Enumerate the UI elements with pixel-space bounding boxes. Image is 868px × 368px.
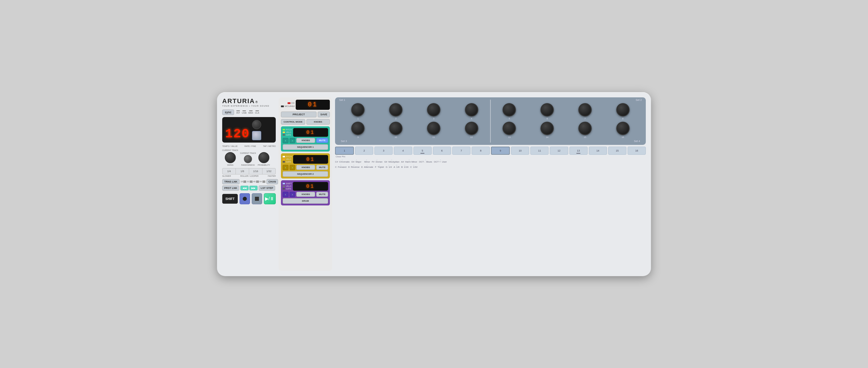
knob-r-5[interactable] [503, 103, 516, 116]
shift-button[interactable]: SHIFT [222, 194, 238, 204]
knob-3: 3 [424, 103, 444, 120]
seq2-knobs-button[interactable]: KNOBS [296, 165, 315, 170]
pad-group-b: B 1/16 [401, 165, 408, 168]
step-btn-2[interactable]: 2 [355, 147, 373, 155]
rate-1-16[interactable]: 1/16 [249, 168, 262, 174]
lst-step-button[interactable]: LST STEP [259, 186, 275, 191]
sync-button[interactable]: sync [222, 110, 234, 115]
probability-knob[interactable] [258, 152, 269, 163]
pad-g[interactable] [389, 165, 389, 166]
step-btn-4[interactable]: 4 [394, 147, 412, 155]
record-button[interactable] [240, 193, 250, 204]
knob-r-3[interactable] [427, 103, 440, 116]
step-button-row: 1 2 3 4 5 6 7 8 9 10 11 12 13 14 15 16 [335, 147, 646, 155]
step-btn-7[interactable]: 7 [452, 147, 470, 155]
step-btn-14[interactable]: 14 [589, 147, 607, 155]
set4-label: Set 4 [634, 140, 640, 143]
knob-r-14[interactable] [540, 122, 554, 135]
step-btn-8[interactable]: 8 [472, 147, 490, 155]
knob-r-4[interactable] [465, 103, 478, 116]
chan-button[interactable]: CHAN [267, 179, 278, 184]
seq2-next-button[interactable]: › [290, 165, 296, 170]
sequencer2-button[interactable]: SEQUENCER 2 [283, 171, 328, 177]
velo2-ind-row: VELO [283, 158, 292, 160]
knob-2-label: 2 [395, 117, 396, 120]
save-button[interactable]: SAVE [318, 112, 330, 117]
ind-64 [262, 180, 265, 183]
step-btn-1[interactable]: 1 [335, 147, 354, 155]
seq1-mute-button[interactable]: MUTE [316, 138, 328, 143]
step-btn-15[interactable]: 15 [608, 147, 626, 155]
project-button[interactable]: PROJECT [281, 112, 316, 117]
knob-r-16[interactable] [616, 122, 629, 135]
step-area: 1 2 3 4 5 6 7 8 9 10 11 12 13 14 15 16 C… [335, 147, 646, 158]
step-btn-12[interactable]: 12 [550, 147, 568, 155]
step-btn-11[interactable]: 11 [530, 147, 549, 155]
play-pause-button[interactable]: ▶/⏸ [264, 193, 276, 204]
tap-metro-pad[interactable] [252, 131, 261, 140]
nav-left-button[interactable]: ◀◀ [241, 186, 249, 190]
pad-d[interactable] [353, 165, 354, 166]
sequencer1-button[interactable]: SEQUENCER 1 [283, 144, 328, 150]
knob-r-15[interactable] [578, 122, 592, 135]
nav-right-button[interactable]: ▶▶ [249, 186, 257, 190]
prst-lnk-button[interactable]: PRST LNK [222, 186, 239, 191]
knob-r-10[interactable] [389, 122, 402, 135]
trns-lnk-button[interactable]: TRNS LNK [222, 179, 240, 184]
knob-r-13[interactable] [503, 122, 516, 135]
drum-knobs-button[interactable]: KNOBS [296, 192, 315, 197]
step-btn-13[interactable]: 13 [569, 147, 588, 155]
control-mode-button[interactable]: CONTROL MODE [281, 119, 305, 124]
seq1-prev-button[interactable]: ‹ [283, 138, 288, 143]
step-btn-6[interactable]: 6 [433, 147, 451, 155]
pad-gs[interactable] [392, 160, 392, 160]
pad-as[interactable] [409, 160, 409, 160]
step-btn-5[interactable]: 5 [413, 147, 432, 155]
seq1-next-button[interactable]: › [290, 138, 296, 143]
pad-group-minor: Minor [363, 160, 370, 163]
pad-b[interactable] [404, 165, 405, 166]
pad-oct-minus-labels: OCT - Blues [419, 160, 432, 163]
rate-1-32[interactable]: 1/32 [262, 168, 275, 174]
knob-r-12[interactable] [465, 122, 478, 135]
randomness-knob[interactable] [244, 155, 252, 163]
drum-button[interactable]: DRUM [283, 198, 328, 204]
stop-button[interactable] [252, 193, 262, 204]
drum-prev-button[interactable]: ‹ [283, 192, 288, 197]
knob-r-11[interactable] [427, 122, 440, 135]
knob-r-2[interactable] [389, 103, 402, 116]
knob-r-7[interactable] [578, 103, 592, 116]
knob-9-label: 9 [357, 136, 359, 139]
rate-1-8[interactable]: 1/8 [236, 168, 249, 174]
tagline: YOUR EXPERIENCE • YOUR SOUND [222, 105, 276, 107]
drum-next-button[interactable]: › [290, 192, 296, 197]
seq2-prev-button[interactable]: ‹ [283, 165, 288, 170]
pad-oct-minus[interactable] [425, 160, 426, 160]
pad-oct-plus[interactable] [440, 160, 441, 160]
pad-c[interactable] [341, 165, 341, 166]
pad-gs-labels: G# Mixolydian [384, 160, 399, 163]
step-btn-9[interactable]: 9 [491, 147, 510, 155]
knob-r-9[interactable] [351, 122, 365, 135]
knob-r-6[interactable] [540, 103, 554, 116]
step-btn-10[interactable]: 10 [511, 147, 529, 155]
pad-a[interactable] [396, 165, 397, 166]
swing-knob[interactable] [225, 152, 236, 163]
knob-r-1[interactable] [351, 103, 365, 116]
step-btn-3[interactable]: 3 [374, 147, 393, 155]
pad-c2-labels: C 1/32 [410, 166, 417, 168]
step-btn-16[interactable]: 16 [627, 147, 646, 155]
pads-grid-2: C Forward D Reverse E Alternate [335, 165, 646, 168]
rate-1-4[interactable]: 1/4 [222, 168, 236, 174]
seq1-knobs-button[interactable]: KNOBS [296, 138, 315, 143]
knob-11: 11 [424, 122, 444, 139]
tempo-knob[interactable] [252, 120, 261, 129]
pad-group-gs: G# Mixolydian [384, 160, 399, 163]
knobs-button-top[interactable]: KNOBS [306, 119, 330, 124]
pad-minor[interactable] [366, 160, 367, 160]
current-track-label-2: CURRENT TRACK [240, 152, 256, 154]
knob-r-8[interactable] [616, 103, 629, 116]
drum-mute-button[interactable]: MUTE [316, 192, 328, 197]
pad-ds[interactable] [356, 160, 357, 160]
seq2-mute-button[interactable]: MUTE [316, 165, 328, 170]
